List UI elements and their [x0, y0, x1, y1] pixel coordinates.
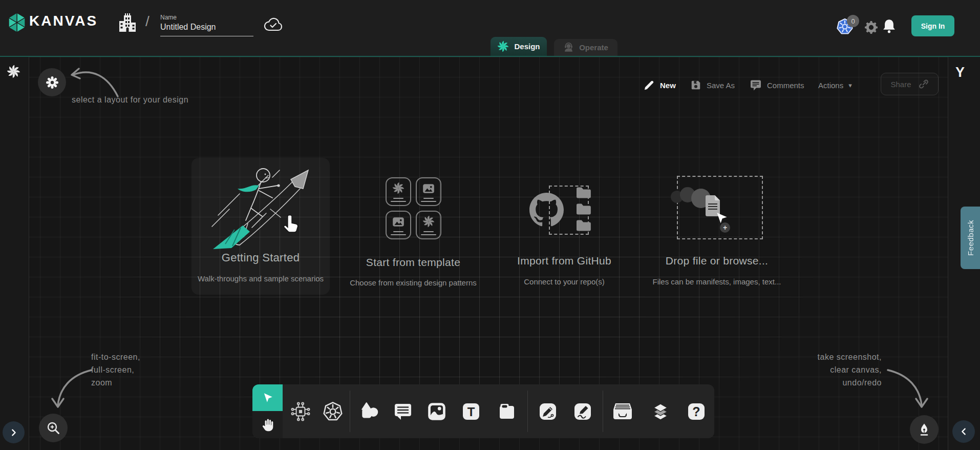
- canvas-actions-button[interactable]: [910, 415, 939, 444]
- tab-operate-label: Operate: [579, 43, 608, 52]
- comments-label: Comments: [767, 81, 804, 90]
- zoom-hint-line: full-screen,: [91, 363, 140, 376]
- text-tool[interactable]: T: [460, 400, 482, 423]
- pencil-tool-icon: [572, 401, 593, 422]
- toolbar-divider: [527, 391, 528, 432]
- image-tile-icon: [392, 215, 405, 229]
- tab-design-label: Design: [514, 42, 540, 51]
- kubernetes-tool[interactable]: [322, 400, 344, 423]
- actions-label: Actions: [818, 81, 843, 90]
- actions-dropdown[interactable]: Actions ▾: [818, 76, 852, 94]
- new-button[interactable]: New: [643, 76, 676, 94]
- sign-in-button[interactable]: Sign In: [911, 15, 954, 36]
- sticky-note-icon: [497, 401, 517, 422]
- card-import-github[interactable]: [527, 180, 604, 238]
- hand-cursor-icon: [283, 213, 301, 234]
- layout-hint-arrow: [60, 62, 122, 99]
- template-tile: [386, 177, 411, 206]
- shapes-icon: [359, 401, 380, 422]
- save-as-button[interactable]: Save As: [690, 76, 735, 94]
- cursor-select-icon: [262, 392, 274, 404]
- card-subtitle: Choose from existing design patterns: [339, 278, 487, 287]
- card-subtitle: Files can be manifests, images, text...: [640, 277, 794, 286]
- app: KANVAS / Name Untitled Design: [0, 0, 980, 450]
- pan-tool[interactable]: [252, 411, 283, 438]
- pen-tool[interactable]: [537, 400, 559, 423]
- design-name-label: Name: [160, 14, 177, 21]
- layers-icon: [650, 401, 671, 422]
- spiral-corner-icon[interactable]: [7, 65, 20, 78]
- kubernetes-icon: [323, 402, 343, 421]
- history-hint-line: take screenshot,: [768, 351, 882, 363]
- operate-headset-icon: [563, 42, 574, 53]
- drawer-icon: [611, 401, 634, 422]
- card-drop-file[interactable]: +: [666, 174, 768, 241]
- select-tool[interactable]: [252, 384, 283, 411]
- card-getting-started[interactable]: Getting Started Walk-throughs and sample…: [191, 158, 330, 295]
- cloud-sync-icon: [263, 17, 284, 33]
- template-tile: [416, 177, 441, 206]
- text-tool-glyph: T: [467, 405, 475, 419]
- history-hint-line: undo/redo: [768, 376, 882, 389]
- zoom-hint-text: fit-to-screen, full-screen, zoom: [91, 351, 140, 389]
- organization-building-icon[interactable]: [118, 13, 137, 33]
- notifications-bell-icon[interactable]: [882, 18, 896, 34]
- zoom-controls-button[interactable]: [39, 414, 68, 442]
- card-title[interactable]: Start from template: [344, 256, 482, 269]
- sticky-note-tool[interactable]: [496, 400, 518, 423]
- image-tool-icon: [426, 401, 448, 422]
- credits-badge: 0: [847, 15, 859, 27]
- bottom-toolbar: T: [252, 384, 714, 438]
- card-title[interactable]: Import from GitHub: [495, 255, 633, 267]
- comment-tool[interactable]: [392, 400, 414, 423]
- zoom-hint-line: fit-to-screen,: [91, 351, 140, 363]
- node-graph-icon: [290, 401, 311, 422]
- layout-hint-text: select a layout for your design: [72, 95, 188, 105]
- template-tile: [416, 211, 441, 239]
- shapes-tool[interactable]: [358, 400, 381, 423]
- toolbar-divider: [603, 391, 603, 432]
- design-name-input[interactable]: Untitled Design: [160, 23, 253, 36]
- image-tool[interactable]: [425, 400, 448, 423]
- feedback-tab[interactable]: Feedback: [961, 207, 980, 269]
- pencil-tool[interactable]: [571, 400, 594, 423]
- design-spiral-icon: [497, 40, 509, 52]
- settings-gear-icon[interactable]: [864, 21, 878, 34]
- image-tile-icon: [422, 182, 435, 195]
- card-title: Getting Started: [191, 251, 330, 264]
- share-button[interactable]: Share: [881, 73, 939, 95]
- layers-tool[interactable]: [649, 400, 672, 423]
- left-rail: [0, 57, 29, 450]
- comments-button[interactable]: Comments: [750, 76, 804, 94]
- new-label: New: [660, 81, 676, 90]
- expand-left-panel-button[interactable]: [3, 421, 25, 443]
- chevron-right-icon: [10, 428, 18, 437]
- plus-badge: +: [720, 222, 730, 233]
- collapse-right-panel-button[interactable]: [952, 420, 975, 443]
- floppy-save-icon: [690, 79, 701, 91]
- text-tool-icon: T: [461, 401, 481, 422]
- history-hint-line: clear canvas,: [768, 363, 882, 376]
- comments-icon: [750, 79, 762, 91]
- comment-tool-icon: [393, 402, 413, 421]
- help-tool[interactable]: ?: [685, 400, 708, 423]
- tab-design[interactable]: Design: [491, 37, 547, 56]
- chevron-left-icon: [960, 427, 968, 436]
- tab-operate[interactable]: Operate: [554, 39, 617, 56]
- hand-pan-icon: [261, 418, 274, 432]
- save-as-label: Save As: [707, 81, 735, 90]
- repo-folder-icon: [576, 219, 592, 232]
- repo-folder-icon: [576, 203, 592, 215]
- drawer-tool[interactable]: [611, 400, 634, 423]
- node-graph-tool[interactable]: [289, 400, 312, 423]
- repo-folder-icon: [576, 187, 592, 199]
- share-label: Share: [890, 80, 911, 89]
- spiral-tile-icon: [422, 215, 435, 228]
- card-start-from-template[interactable]: [386, 177, 441, 239]
- github-octocat-icon: [529, 193, 564, 227]
- card-title[interactable]: Drop file or browse...: [648, 255, 786, 267]
- zoom-hint-arrow: [49, 365, 95, 412]
- pen-tool-icon: [538, 401, 558, 422]
- help-glyph: ?: [692, 404, 700, 419]
- tab-underline: [0, 56, 980, 57]
